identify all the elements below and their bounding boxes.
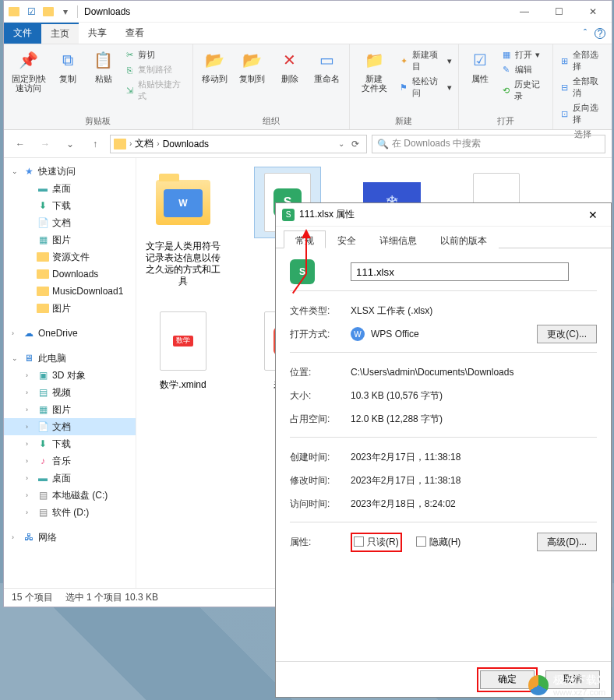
tree-desktop[interactable]: ▬桌面 bbox=[4, 180, 136, 197]
forward-button[interactable]: → bbox=[35, 134, 55, 154]
watermark-logo-icon bbox=[528, 675, 549, 695]
properties-dialog: S 111.xlsx 属性 ✕ 常规 安全 详细信息 以前的版本 S 文件类型:… bbox=[275, 202, 612, 698]
tree-downloads2[interactable]: Downloads bbox=[4, 266, 136, 283]
tab-home[interactable]: 主页 bbox=[41, 23, 79, 44]
tree-network[interactable]: ›🖧网络 bbox=[4, 529, 136, 546]
dialog-tabs: 常规 安全 详细信息 以前的版本 bbox=[276, 227, 611, 248]
qat-drop[interactable]: ▾ bbox=[60, 6, 71, 17]
history-button[interactable]: ⟲历史记录 bbox=[501, 77, 547, 104]
rename-button[interactable]: ▭重命名 bbox=[312, 47, 343, 83]
open-button[interactable]: ▦打开 ▾ bbox=[501, 47, 547, 62]
breadcrumb[interactable]: › 文档 › Downloads ⌄ ⟳ bbox=[110, 135, 367, 153]
moveto-button[interactable]: 📂移动到 bbox=[199, 47, 231, 83]
minimize-button[interactable]: — bbox=[507, 1, 542, 23]
ribbon-collapse[interactable]: ˆ ? bbox=[577, 23, 612, 44]
nav-icon bbox=[9, 6, 19, 17]
filename-input[interactable] bbox=[351, 262, 569, 281]
tree-music-dl[interactable]: MusicDownload1 bbox=[4, 283, 136, 300]
tree-pictures2[interactable]: 图片 bbox=[4, 300, 136, 317]
selectnone-button[interactable]: ⊟全部取消 bbox=[559, 74, 605, 100]
recent-drop[interactable]: ⌄ bbox=[60, 134, 80, 154]
navbar: ← → ⌄ ↑ › 文档 › Downloads ⌄ ⟳ 🔍 在 Downloa… bbox=[4, 130, 612, 158]
copypath-button[interactable]: ⎘复制路径 bbox=[124, 62, 185, 77]
search-icon: 🔍 bbox=[377, 139, 389, 149]
tree-music[interactable]: ›♪音乐 bbox=[4, 452, 136, 470]
refresh-button[interactable]: ⟳ bbox=[348, 134, 363, 154]
search-input[interactable]: 🔍 在 Downloads 中搜索 bbox=[372, 135, 605, 153]
tab-security[interactable]: 安全 bbox=[326, 230, 368, 248]
tree-thispc[interactable]: ⌄🖥此电脑 bbox=[4, 350, 136, 367]
tree-downloads[interactable]: ⬇下载 bbox=[4, 197, 136, 214]
ok-button[interactable]: 确定 bbox=[480, 670, 535, 689]
crumb-downloads[interactable]: Downloads bbox=[163, 139, 209, 149]
value-modified: 2023年2月17日，11:38:18 bbox=[351, 474, 597, 487]
xlsx-icon: S bbox=[282, 209, 295, 221]
qat-folder-icon[interactable] bbox=[43, 6, 54, 17]
tree-pictures[interactable]: ▦图片 bbox=[4, 231, 136, 248]
tree-videos[interactable]: ›▤视频 bbox=[4, 384, 136, 401]
tree-pictures3[interactable]: ›▦图片 bbox=[4, 401, 136, 418]
tree-diskc[interactable]: ›▤本地磁盘 (C:) bbox=[4, 487, 136, 504]
edit-button[interactable]: ✎编辑 bbox=[501, 62, 547, 77]
tree-resfiles[interactable]: 资源文件 bbox=[4, 248, 136, 266]
tab-previous[interactable]: 以前的版本 bbox=[429, 230, 499, 248]
qat-check-icon[interactable]: ☑ bbox=[26, 6, 37, 17]
dialog-close-button[interactable]: ✕ bbox=[581, 209, 605, 221]
copy-button[interactable]: ⧉复制 bbox=[53, 47, 83, 83]
cut-button[interactable]: ✂剪切 bbox=[124, 47, 185, 62]
label-filetype: 文件类型: bbox=[290, 304, 351, 318]
crumb-documents[interactable]: 文档 bbox=[135, 137, 154, 150]
up-button[interactable]: ↑ bbox=[85, 134, 105, 154]
change-button[interactable]: 更改(C)... bbox=[537, 325, 597, 343]
tree-documents[interactable]: 📄文档 bbox=[4, 214, 136, 231]
value-created: 2023年2月17日，11:38:18 bbox=[351, 451, 597, 464]
maximize-button[interactable]: ☐ bbox=[542, 1, 576, 23]
watermark-name: 极光下载站 bbox=[553, 674, 608, 688]
label-location: 位置: bbox=[290, 366, 351, 379]
file-item[interactable]: 数学 数学.xmind bbox=[144, 306, 222, 426]
newfolder-button[interactable]: 📁新建 文件夹 bbox=[356, 47, 393, 93]
label-size: 大小: bbox=[290, 389, 351, 403]
dialog-title: 111.xlsx 属性 bbox=[299, 208, 355, 221]
tree-diskd[interactable]: ›▤软件 (D:) bbox=[4, 504, 136, 521]
selectinvert-button[interactable]: ⊡反向选择 bbox=[559, 100, 605, 127]
value-openwith: WPS Office bbox=[371, 329, 419, 339]
back-button[interactable]: ← bbox=[10, 134, 30, 154]
paste-button[interactable]: 📋粘贴 bbox=[89, 47, 118, 83]
tree-documents2[interactable]: ›📄文档 bbox=[4, 418, 136, 435]
value-accessed: 2023年2月18日，8:24:02 bbox=[351, 498, 597, 511]
tab-file[interactable]: 文件 bbox=[4, 23, 41, 44]
tab-share[interactable]: 共享 bbox=[79, 23, 116, 44]
advanced-button[interactable]: 高级(D)... bbox=[537, 533, 597, 551]
pin-button[interactable]: 📌固定到快 速访问 bbox=[10, 47, 47, 93]
tree-downloads3[interactable]: ›⬇下载 bbox=[4, 435, 136, 452]
tree-3dobjects[interactable]: ›▣3D 对象 bbox=[4, 367, 136, 384]
easyaccess-button[interactable]: ⚑轻松访问 ▾ bbox=[399, 74, 452, 100]
close-button[interactable]: ✕ bbox=[576, 1, 610, 23]
copyto-button[interactable]: 📂复制到 bbox=[237, 47, 268, 83]
dialog-titlebar: S 111.xlsx 属性 ✕ bbox=[276, 203, 611, 227]
crumb-drop[interactable]: ⌄ bbox=[338, 139, 344, 148]
titlebar: ☑ ▾ Downloads — ☐ ✕ bbox=[4, 1, 612, 23]
search-placeholder: 在 Downloads 中搜索 bbox=[392, 137, 481, 150]
readonly-checkbox[interactable]: 只读(R) bbox=[354, 536, 399, 549]
properties-button[interactable]: ☑属性 bbox=[465, 47, 495, 83]
selectall-button[interactable]: ⊞全部选择 bbox=[559, 47, 605, 74]
tree-onedrive[interactable]: ›☁OneDrive bbox=[4, 325, 136, 342]
pasteshortcut-button[interactable]: ⇲粘贴快捷方式 bbox=[124, 77, 185, 104]
delete-button[interactable]: ✕删除 bbox=[274, 47, 305, 83]
selection-info: 选中 1 个项目 10.3 KB bbox=[65, 591, 158, 604]
tab-details[interactable]: 详细信息 bbox=[368, 230, 429, 248]
watermark: 极光下载站 www.xz7.com bbox=[528, 674, 608, 697]
label-sizedisk: 占用空间: bbox=[290, 413, 351, 426]
file-item[interactable]: W 文字是人类用符号记录表达信息以传之久远的方式和工具 bbox=[144, 167, 222, 287]
label-attributes: 属性: bbox=[290, 536, 351, 549]
tab-view[interactable]: 查看 bbox=[116, 23, 154, 44]
tree-desktop2[interactable]: ›▬桌面 bbox=[4, 470, 136, 487]
hidden-checkbox[interactable]: 隐藏(H) bbox=[416, 536, 461, 549]
newitem-button[interactable]: ✦新建项目 ▾ bbox=[399, 47, 452, 74]
wps-icon: W bbox=[351, 327, 365, 341]
label-accessed: 访问时间: bbox=[290, 498, 351, 511]
group-organize: 📂移动到 📂复制到 ✕删除 ▭重命名 组织 bbox=[193, 44, 350, 129]
tree-quickaccess[interactable]: ⌄★快速访问 bbox=[4, 163, 136, 180]
